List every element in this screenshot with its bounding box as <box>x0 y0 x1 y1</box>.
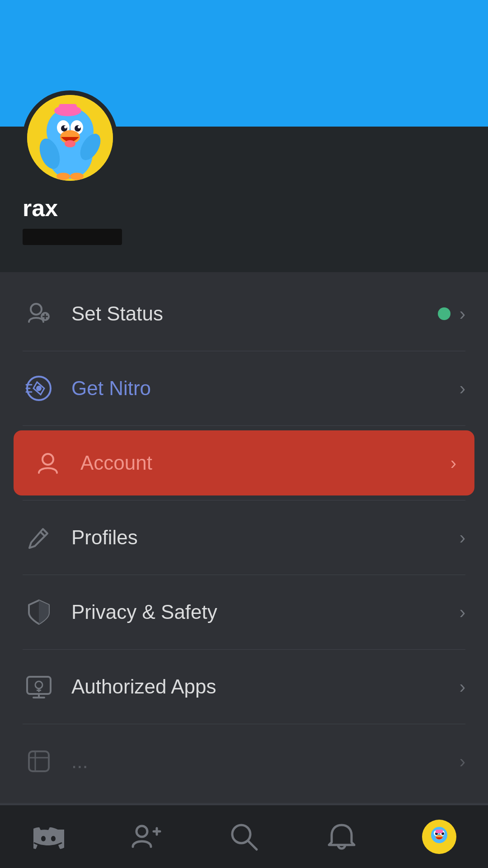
profile-section: rax <box>0 127 488 272</box>
divider <box>23 351 465 351</box>
nav-item-notifications[interactable] <box>319 819 364 855</box>
person-status-icon <box>23 297 55 330</box>
svg-line-27 <box>40 532 45 536</box>
username: rax <box>23 194 465 222</box>
pencil-icon <box>23 521 55 554</box>
divider <box>23 575 465 575</box>
authorized-apps-label: Authorized Apps <box>71 675 460 698</box>
divider <box>23 500 465 500</box>
svg-point-10 <box>65 140 75 147</box>
chevron-right-icon: › <box>460 677 465 697</box>
settings-item-partial[interactable]: ... › <box>0 729 488 794</box>
divider <box>23 649 465 650</box>
svg-point-7 <box>64 126 67 128</box>
svg-rect-49 <box>436 830 443 833</box>
nav-item-home[interactable] <box>26 819 71 855</box>
svg-point-31 <box>35 681 42 689</box>
chevron-right-icon: › <box>450 453 456 473</box>
chevron-right-icon: › <box>460 304 465 324</box>
settings-item-privacy-safety[interactable]: Privacy & Safety › <box>0 580 488 645</box>
svg-line-41 <box>248 841 257 849</box>
svg-point-15 <box>56 173 70 180</box>
settings-item-set-status[interactable]: Set Status › <box>0 281 488 346</box>
nitro-icon <box>23 372 55 405</box>
account-label: Account <box>80 452 450 474</box>
svg-point-37 <box>136 826 147 837</box>
chevron-right-icon: › <box>460 602 465 623</box>
profiles-label: Profiles <box>71 526 460 549</box>
chevron-right-icon: › <box>460 378 465 399</box>
status-dot-green <box>438 307 450 320</box>
svg-point-26 <box>42 454 53 465</box>
bottom-nav <box>0 805 488 868</box>
svg-rect-34 <box>29 751 49 771</box>
chevron-right-icon: › <box>460 751 465 772</box>
shield-icon <box>23 596 55 628</box>
settings-item-profiles[interactable]: Profiles › <box>0 505 488 570</box>
privacy-safety-label: Privacy & Safety <box>71 601 460 623</box>
user-tag-redacted <box>23 229 122 245</box>
svg-point-16 <box>70 173 84 180</box>
chevron-right-icon: › <box>460 528 465 548</box>
settings-item-account[interactable]: Account › <box>14 430 474 495</box>
avatar[interactable] <box>23 90 117 185</box>
account-icon <box>32 447 64 479</box>
nav-item-friends[interactable] <box>124 819 169 855</box>
apps-icon <box>23 670 55 703</box>
settings-list: Set Status › Get Nitro › <box>0 272 488 803</box>
nav-item-search[interactable] <box>221 819 267 855</box>
get-nitro-label: Get Nitro <box>71 377 460 400</box>
settings-item-get-nitro[interactable]: Get Nitro › <box>0 356 488 421</box>
svg-point-22 <box>36 386 42 391</box>
svg-rect-12 <box>59 104 77 113</box>
svg-point-17 <box>31 304 42 315</box>
divider <box>23 425 465 426</box>
divider <box>23 724 465 724</box>
partial-icon <box>23 745 55 778</box>
nav-item-avatar[interactable] <box>417 819 462 855</box>
set-status-label: Set Status <box>71 302 438 325</box>
settings-item-authorized-apps[interactable]: Authorized Apps › <box>0 654 488 719</box>
partial-label: ... <box>71 750 460 773</box>
svg-point-8 <box>78 126 80 128</box>
